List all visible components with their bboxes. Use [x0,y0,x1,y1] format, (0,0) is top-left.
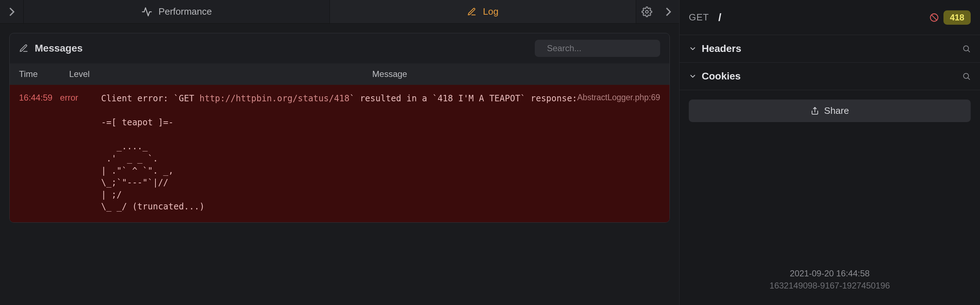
messages-panel: Messages Time Level Message 16:44:59 err… [9,33,670,222]
svg-point-0 [646,10,648,13]
request-method: GET [689,12,709,23]
messages-search[interactable] [535,40,660,57]
search-input[interactable] [547,43,654,53]
tab-log[interactable]: Log [330,0,636,23]
settings-button[interactable] [636,0,658,24]
col-message-header: Message [119,69,660,79]
log-message: Client error: `GET http://httpbin.org/st… [101,93,577,213]
tab-label: Log [483,6,498,17]
tab-label: Performance [159,6,212,17]
log-time: 16:44:59 [19,93,60,213]
request-id: 1632149098-9167-1927450196 [679,281,980,291]
block-icon [929,13,939,22]
pencil-icon [19,44,28,53]
share-label: Share [824,105,849,116]
section-label: Headers [702,43,741,54]
collapse-right-button[interactable] [658,0,679,24]
tab-performance[interactable]: Performance [24,0,330,23]
search-icon[interactable] [962,72,971,81]
share-icon [811,107,819,115]
status-badge: 418 [943,10,971,25]
section-label: Cookies [702,70,741,82]
table-header: Time Level Message [10,64,670,85]
col-time-header: Time [19,69,69,79]
chevron-down-icon [689,72,697,80]
activity-icon [142,6,152,17]
collapse-left-button[interactable] [0,0,24,23]
details-footer: 2021-09-20 16:44:58 1632149098-9167-1927… [679,258,980,305]
section-cookies[interactable]: Cookies [679,63,980,90]
log-level: error [60,93,101,213]
pencil-icon [467,7,476,16]
chevron-down-icon [689,45,697,52]
share-button[interactable]: Share [689,100,971,122]
col-level-header: Level [69,69,119,79]
section-headers[interactable]: Headers [679,35,980,63]
details-panel: GET / 418 Headers Cookies [679,0,980,305]
log-row[interactable]: 16:44:59 error Client error: `GET http:/… [10,85,670,222]
panel-title: Messages [35,43,83,54]
search-icon[interactable] [962,44,971,53]
svg-point-4 [964,73,969,78]
log-source: AbstractLogger.php:69 [578,93,660,213]
request-path: / [718,11,721,24]
request-timestamp: 2021-09-20 16:44:58 [679,268,980,278]
svg-point-3 [964,46,969,51]
tabbar: Performance Log [0,0,679,24]
